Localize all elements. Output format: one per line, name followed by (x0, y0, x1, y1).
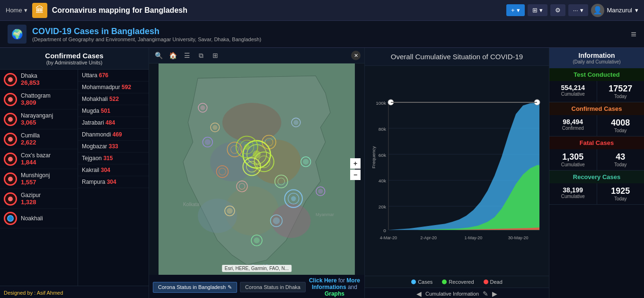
user-menu[interactable]: 👤 Manzurul ▾ (591, 4, 638, 17)
click-here-text: Click Here (309, 277, 337, 284)
fatal-cases-section-title: Fatal Cases (549, 136, 644, 149)
left-panel: Confirmed Cases (by Administrative Units… (0, 48, 149, 298)
corona-status-dhaka-tab[interactable]: Corona Status in Dhaka (240, 282, 306, 292)
list-item[interactable]: Dhaka 26,853 (0, 70, 78, 90)
recovery-today-label: Today (599, 196, 643, 201)
map-svg: Kolkata Myanmar Bay of Bengal (149, 63, 364, 275)
list-item[interactable]: Cox's bazar 1,844 (0, 149, 78, 169)
info-subtitle: (Daily and Cumulative) (553, 59, 640, 64)
svg-point-20 (291, 196, 296, 201)
more-info-link[interactable]: Click Here for More Informations and Gra… (309, 277, 361, 297)
recovery-cases-section-title: Recovery Cases (549, 171, 644, 183)
case-text: Noakhali (21, 215, 43, 222)
avatar: 👤 (591, 4, 604, 17)
nav-title: Coronavirus mapping for Bangladesh (52, 6, 502, 15)
list-item[interactable]: Gazipur 1,328 (0, 189, 78, 209)
svg-text:Myanmar: Myanmar (316, 212, 334, 217)
cases-col-left: Dhaka 26,853 Chattogram 3,809 Narayangan… (0, 70, 78, 286)
more-chevron-icon: ▾ (580, 7, 583, 14)
list-item[interactable]: Dhanmondi 469 (78, 129, 149, 141)
case-text: Munshigonj 1,557 (21, 172, 50, 186)
home-label: Home (6, 7, 22, 14)
layers-tool-button[interactable]: ⧉ (195, 50, 207, 61)
list-item[interactable]: Mogbazar 333 (78, 141, 149, 153)
more-button[interactable]: ··· ▾ (568, 4, 588, 16)
left-panel-header: Confirmed Cases (by Administrative Units… (0, 48, 149, 70)
user-name: Manzurul (607, 7, 632, 14)
svg-text:40k: 40k (379, 178, 386, 183)
map-close-button[interactable]: ✕ (351, 51, 361, 60)
list-item[interactable]: Narayanganj 3,065 (0, 109, 78, 129)
confirmed-today: 4008 Today (597, 115, 644, 136)
header-menu-icon[interactable]: ≡ (631, 29, 636, 40)
chart-next-button[interactable]: ▶ (492, 290, 497, 298)
add-button[interactable]: + ▾ (506, 4, 525, 16)
header-text: COVID-19 Cases in Bangladesh (Department… (32, 27, 261, 42)
case-dot (4, 93, 17, 106)
list-item[interactable]: Mugda 501 (78, 105, 149, 117)
svg-text:20k: 20k (379, 204, 386, 209)
confirmed-today-label: Today (599, 128, 643, 133)
legend-dead-dot (484, 280, 488, 284)
case-dot (4, 73, 17, 86)
svg-text:2-Apr-20: 2-Apr-20 (420, 235, 437, 240)
graphs-link[interactable]: Graphs (325, 290, 344, 297)
case-text: Cox's bazar 1,844 (21, 152, 51, 166)
test-cumulative-value: 554,214 (551, 84, 595, 91)
chart-prev-button[interactable]: ◀ (416, 290, 422, 298)
zoom-out-button[interactable]: − (350, 170, 361, 180)
search-tool-button[interactable]: 🔍 (153, 50, 164, 61)
home-link[interactable]: Home ▾ (6, 7, 27, 14)
list-item[interactable]: Mohakhali 522 (78, 93, 149, 105)
test-today-value: 17527 (599, 84, 643, 94)
list-tool-button[interactable]: ☰ (181, 50, 193, 61)
list-item[interactable]: Kakrail 304 (78, 164, 149, 176)
list-item[interactable]: Cumilla 2,622 (0, 129, 78, 149)
list-item[interactable]: Rampura 304 (78, 176, 149, 188)
svg-point-48 (318, 189, 323, 193)
test-today: 17527 Today (597, 81, 644, 102)
legend-dead-label: Dead (490, 279, 503, 285)
list-item[interactable]: Uttara 676 (78, 70, 149, 81)
grid-tool-button[interactable]: ⊞ (210, 50, 221, 61)
cases-subtitle: (by Administrative Units) (4, 60, 145, 65)
corona-status-bangladesh-tab[interactable]: Corona Status in Bangladesh ✎ (153, 282, 237, 293)
svg-point-40 (200, 105, 205, 110)
recovery-today: 1925 Today (597, 183, 644, 204)
tab-label: Corona Status in Dhaka (245, 284, 300, 290)
recovery-cumulative-label: Cumulative (551, 194, 595, 199)
chart-legend: Cases Recovered Dead (365, 276, 549, 288)
chart-edit-button[interactable]: ✎ (483, 290, 488, 298)
confirmed-cases-section-title: Confirmed Cases (549, 102, 644, 115)
list-item[interactable]: Noakhali (0, 209, 78, 228)
svg-point-46 (212, 125, 217, 130)
list-item[interactable]: Mohammadpur 592 (78, 81, 149, 93)
legend-cases-label: Cases (418, 279, 432, 285)
test-today-label: Today (599, 94, 643, 99)
zoom-in-button[interactable]: + (350, 158, 361, 169)
confirmed-cumulative: 98,494 Confirmed (549, 115, 597, 136)
grid-chevron-icon: ▾ (539, 7, 543, 14)
settings-button[interactable]: ⚙ (550, 4, 565, 16)
recovery-cumulative: 38,199 Cumulative (549, 183, 597, 204)
grid-button[interactable]: ⊞ ▾ (528, 4, 547, 16)
edit-icon: ✎ (228, 284, 232, 290)
legend-recovered: Recovered (442, 279, 474, 285)
cases-title: Confirmed Cases (4, 52, 145, 60)
fatal-cumulative: 1,305 Cumulative (549, 149, 597, 170)
case-text: Chattogram 3,809 (21, 92, 51, 106)
svg-text:Kolkata: Kolkata (183, 202, 200, 207)
list-item[interactable]: Chattogram 3,809 (0, 90, 78, 109)
list-item[interactable]: Tejgaon 315 (78, 153, 149, 164)
app-header: 🌍 COVID-19 Cases in Bangladesh (Departme… (0, 21, 644, 48)
chart-footer: ◀ Cumulative Information ✎ ▶ (365, 288, 549, 298)
map-toolbar: 🔍 🏠 ☰ ⧉ ⊞ ✕ (149, 48, 364, 63)
bookmark-tool-button[interactable]: 🏠 (167, 50, 178, 61)
map-container[interactable]: Kolkata Myanmar Bay of Bengal Esri, HERE… (149, 63, 364, 275)
legend-cases-dot (411, 280, 416, 284)
list-item[interactable]: Jatrabari 484 (78, 117, 149, 129)
list-item[interactable]: Munshigonj 1,557 (0, 169, 78, 189)
svg-text:100k: 100k (376, 100, 386, 106)
legend-cases: Cases (411, 279, 432, 285)
map-footer: Corona Status in Bangladesh ✎ Corona Sta… (149, 275, 364, 298)
